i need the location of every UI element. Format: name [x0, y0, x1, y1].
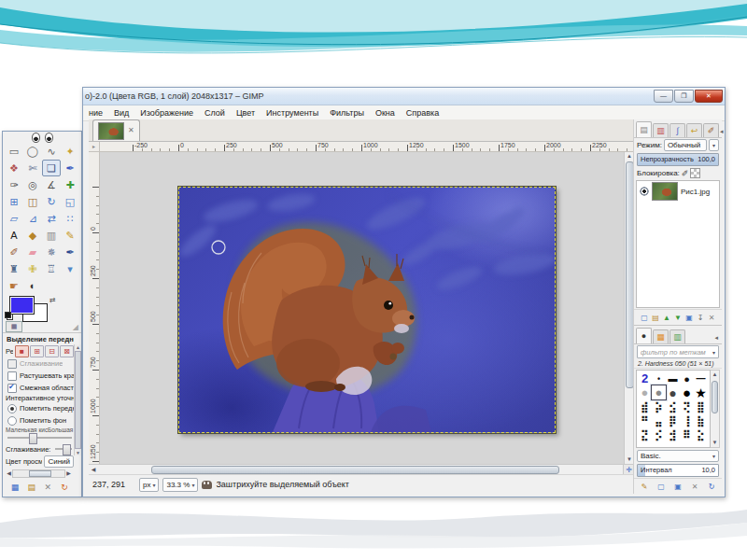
foreground-color-swatch[interactable] — [9, 296, 35, 315]
vertical-ruler[interactable]: 025050075010001250 — [89, 152, 100, 464]
brush-texture[interactable]: ⠿ — [680, 427, 694, 441]
tool-foreground-select[interactable]: ❏ — [42, 160, 61, 176]
horizontal-scrollbar[interactable]: ◀ — [89, 464, 623, 474]
brush-texture[interactable]: ⡿ — [666, 413, 680, 427]
brush-hardness-075[interactable]: ● — [666, 385, 680, 399]
resize-grip-icon[interactable]: ◢ — [73, 323, 78, 331]
tool-options-v-scrollbar[interactable]: ▲▼ — [74, 344, 81, 455]
brush-star[interactable]: ★ — [694, 385, 708, 399]
radio-option[interactable]: Пометить фон — [6, 414, 74, 427]
canvas-image[interactable] — [178, 187, 556, 433]
brush-texture[interactable]: ⣺ — [666, 427, 680, 441]
document-history-tab[interactable]: ✐ — [703, 123, 719, 137]
dock-tab-menu-icon[interactable]: ◂ — [720, 128, 726, 137]
visibility-eye-icon[interactable] — [640, 187, 649, 196]
brush-pixel[interactable]: • — [652, 371, 666, 385]
lower-layer-button[interactable]: ▼ — [672, 312, 684, 324]
gradients-tab[interactable]: ▥ — [669, 329, 685, 343]
brush-texture[interactable]: ⣿ — [694, 399, 708, 413]
swap-colors-icon[interactable]: ⇄ — [49, 296, 56, 304]
tool-text[interactable]: A — [5, 227, 23, 244]
delete-tool-preset-button[interactable]: ✕ — [42, 482, 53, 493]
h-scroll-thumb[interactable] — [151, 466, 559, 474]
tool-flip[interactable]: ⇄ — [42, 210, 61, 227]
brush-texture[interactable]: ⣾ — [638, 399, 652, 413]
image-tab[interactable]: ✕ — [92, 119, 140, 141]
selection-mode-subtract-button[interactable]: ⊟ — [45, 345, 59, 357]
menu-item[interactable]: Цвет — [231, 107, 261, 119]
dock-tab-menu-icon[interactable]: ◂ — [714, 334, 720, 343]
tool-heal[interactable]: ✙ — [23, 260, 42, 277]
brush-filter-input[interactable]: фильтр по меткам ▾ — [637, 345, 719, 358]
brush-line[interactable]: ― — [694, 371, 708, 385]
layers-tab[interactable]: ▤ — [636, 121, 652, 137]
brush-2[interactable]: 2 — [638, 371, 652, 385]
undo-history-tab[interactable]: ↩ — [686, 123, 702, 137]
tool-color-picker[interactable]: ✑ — [5, 176, 23, 193]
close-button[interactable]: ✕ — [695, 90, 723, 103]
delete-brush-button[interactable]: ✕ — [689, 481, 700, 493]
brush-texture[interactable]: ⣕ — [694, 427, 708, 441]
menu-item[interactable]: Фильтры — [324, 107, 370, 119]
selection-mode-intersect-button[interactable]: ⊠ — [60, 345, 74, 357]
tool-align[interactable]: ⊞ — [5, 193, 23, 210]
anchor-layer-button[interactable]: ↧ — [695, 312, 706, 324]
lock-paint-icon[interactable]: ✐ — [682, 169, 689, 178]
checkbox-option[interactable]: Смежная область — [6, 382, 74, 394]
tool-paths[interactable]: ✒ — [61, 160, 79, 176]
brush-hardness-100[interactable]: ● — [680, 385, 694, 399]
brushes-tab[interactable]: ● — [636, 328, 652, 343]
brush-hardness-025[interactable]: ● — [638, 385, 652, 399]
brush-texture[interactable]: ⣷ — [694, 413, 708, 427]
brush-texture[interactable]: ⠛ — [638, 413, 652, 427]
close-tab-icon[interactable]: ✕ — [128, 127, 134, 134]
zoom-combo[interactable]: 33.3 %▾ — [162, 478, 198, 492]
tool-perspective-clone[interactable]: ♖ — [42, 260, 61, 277]
new-layer-button[interactable]: ▢ — [639, 312, 650, 324]
menu-item[interactable]: Слой — [199, 107, 231, 119]
horizontal-ruler[interactable]: -2500250500750100012501500175020002250 — [100, 142, 634, 152]
maximize-button[interactable]: ❐ — [674, 90, 694, 103]
title-bar[interactable]: о)-2.0 (Цвета RGB, 1 слой) 2048x1317 – G… — [83, 88, 725, 105]
new-brush-button[interactable]: ▢ — [655, 481, 667, 493]
brush-texture[interactable]: ⢸ — [680, 413, 694, 427]
tool-dodge-burn[interactable]: ◐ — [23, 277, 42, 294]
brush-size-slider[interactable] — [7, 433, 72, 442]
duplicate-brush-button[interactable]: ▣ — [672, 481, 684, 493]
refresh-brushes-button[interactable]: ↻ — [706, 481, 717, 493]
save-tool-preset-button[interactable]: ▦ — [9, 482, 21, 493]
minimize-button[interactable]: — — [654, 90, 673, 103]
duplicate-layer-button[interactable]: ▣ — [684, 312, 695, 324]
tool-ellipse-select[interactable]: ◯ — [23, 143, 42, 160]
brush-spacing-slider[interactable]: Интервал 10,0 — [637, 464, 719, 477]
brush-ellipse[interactable]: ● — [680, 371, 694, 385]
checkbox-option[interactable]: Растушевать края — [6, 370, 74, 382]
menu-item[interactable]: Справка — [401, 107, 444, 119]
tool-airbrush[interactable]: ✵ — [42, 244, 61, 260]
layer-mode-combo[interactable]: Обычный — [664, 139, 707, 151]
tool-perspective[interactable]: ⊿ — [23, 210, 42, 227]
restore-tool-preset-button[interactable]: ▤ — [26, 482, 37, 493]
tool-options-h-scrollbar[interactable]: ◀▶ — [6, 469, 72, 478]
radio-option[interactable]: Пометить передний п — [6, 402, 74, 414]
tool-crop[interactable]: ◫ — [23, 193, 42, 210]
tool-blur-sharpen[interactable]: ▾ — [61, 260, 79, 277]
brush-tag-combo[interactable]: Basic. ▾ — [637, 450, 719, 462]
opacity-slider[interactable]: Непрозрачность 100,0 — [637, 153, 719, 166]
menu-item[interactable]: Изображение — [134, 107, 199, 119]
paths-tab[interactable]: ∫ — [669, 123, 685, 137]
edit-brush-button[interactable]: ✎ — [639, 481, 650, 493]
brush-texture[interactable]: ⣝ — [638, 427, 652, 441]
tool-bucket-fill[interactable]: ◆ — [23, 227, 42, 244]
tool-gradient[interactable]: ▥ — [42, 227, 61, 244]
canvas-viewport[interactable] — [100, 152, 624, 464]
unit-combo[interactable]: px▾ — [139, 478, 159, 492]
brush-texture[interactable]: ⣪ — [666, 399, 680, 413]
tool-move[interactable]: ✚ — [61, 176, 79, 193]
tool-shear[interactable]: ▱ — [5, 210, 23, 227]
checkbox-option[interactable]: Сглаживание — [6, 357, 74, 370]
patterns-tab[interactable]: ▦ — [653, 329, 669, 343]
brush-texture[interactable]: ⢝ — [680, 399, 694, 413]
wilber-drag-handle[interactable] — [3, 132, 81, 143]
smoothing-slider[interactable] — [55, 444, 72, 454]
